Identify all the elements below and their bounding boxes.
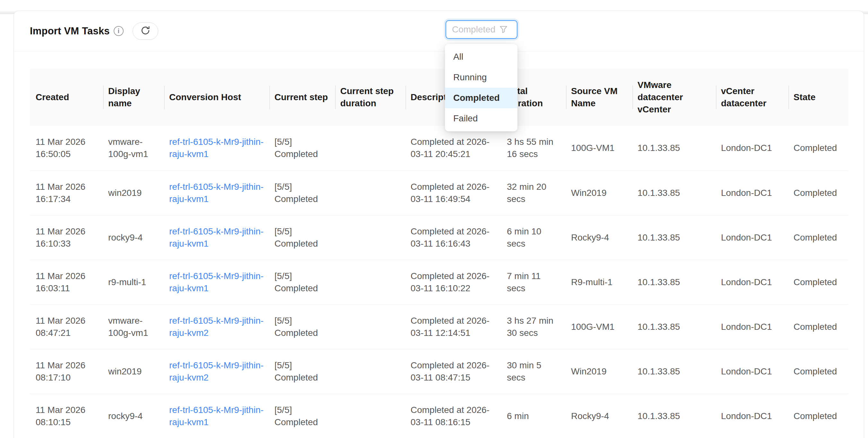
cell-vcenter-datacenter: London-DC1 (716, 304, 788, 349)
cell-created: 11 Mar 2026 08:47:21 (30, 304, 103, 349)
page-title: Import VM Tasks (30, 25, 110, 37)
cell-vmware-datacenter-vcenter: 10.1.33.85 (632, 260, 716, 304)
cell-conversion-host: ref-trl-6105-k-Mr9-jithin-raju-kvm1 (164, 394, 269, 438)
cell-current-step-duration (335, 349, 405, 394)
cell-current-step-duration (335, 260, 405, 304)
cell-current-step: [5/5] Completed (269, 304, 335, 349)
cell-description: Completed at 2026-03-11 20:45:21 (405, 126, 502, 171)
cell-total-duration: 3 hs 55 min 16 secs (502, 126, 566, 171)
cell-display-name: win2019 (103, 349, 164, 394)
cell-state: Completed (788, 394, 848, 438)
column-header-conversion-host: Conversion Host (164, 69, 269, 126)
cell-created: 11 Mar 2026 08:10:15 (30, 394, 103, 438)
cell-current-step: [5/5] Completed (269, 394, 335, 438)
cell-vcenter-datacenter: London-DC1 (716, 349, 788, 394)
filter-option-failed[interactable]: Failed (445, 108, 518, 129)
cell-total-duration: 7 min 11 secs (502, 260, 566, 304)
cell-vcenter-datacenter: London-DC1 (716, 394, 788, 438)
cell-total-duration: 6 min (502, 394, 566, 438)
cell-total-duration: 30 min 5 secs (502, 349, 566, 394)
cell-source-vm-name: Rocky9-4 (566, 394, 632, 438)
cell-state: Completed (788, 304, 848, 349)
cell-created: 11 Mar 2026 16:50:05 (30, 126, 103, 171)
cell-current-step-duration (335, 304, 405, 349)
cell-source-vm-name: 100G-VM1 (566, 126, 632, 171)
cell-state: Completed (788, 215, 848, 260)
cell-vmware-datacenter-vcenter: 10.1.33.85 (632, 394, 716, 438)
column-header-source-vm-name: Source VM Name (566, 69, 632, 126)
column-header-state: State (788, 69, 848, 126)
conversion-host-link[interactable]: ref-trl-6105-k-Mr9-jithin-raju-kvm1 (169, 271, 264, 293)
conversion-host-link[interactable]: ref-trl-6105-k-Mr9-jithin-raju-kvm1 (169, 226, 264, 249)
table-row: 11 Mar 2026 16:17:34win2019ref-trl-6105-… (30, 171, 848, 215)
cell-vcenter-datacenter: London-DC1 (716, 171, 788, 215)
filter-option-running[interactable]: Running (445, 67, 518, 88)
cell-current-step-duration (335, 126, 405, 171)
cell-conversion-host: ref-trl-6105-k-Mr9-jithin-raju-kvm1 (164, 260, 269, 304)
cell-vmware-datacenter-vcenter: 10.1.33.85 (632, 171, 716, 215)
cell-display-name: rocky9-4 (103, 215, 164, 260)
conversion-host-link[interactable]: ref-trl-6105-k-Mr9-jithin-raju-kvm1 (169, 182, 264, 204)
cell-created: 11 Mar 2026 16:03:11 (30, 260, 103, 304)
cell-description: Completed at 2026-03-11 12:14:51 (405, 304, 502, 349)
table-header-row: CreatedDisplay nameConversion HostCurren… (30, 69, 848, 126)
cell-state: Completed (788, 260, 848, 304)
cell-source-vm-name: Rocky9-4 (566, 215, 632, 260)
import-vm-tasks-card: Import VM Tasks i CreatedDisplay nameCon… (13, 10, 864, 438)
state-filter-value: Completed (452, 24, 495, 35)
cell-current-step: [5/5] Completed (269, 215, 335, 260)
cell-vmware-datacenter-vcenter: 10.1.33.85 (632, 215, 716, 260)
table-row: 11 Mar 2026 16:10:33rocky9-4ref-trl-6105… (30, 215, 848, 260)
column-header-vcenter-datacenter: vCenter datacenter (716, 69, 788, 126)
column-header-current-step: Current step (269, 69, 335, 126)
cell-created: 11 Mar 2026 16:10:33 (30, 215, 103, 260)
conversion-host-link[interactable]: ref-trl-6105-k-Mr9-jithin-raju-kvm2 (169, 316, 264, 338)
filter-option-all[interactable]: All (445, 47, 518, 67)
cell-state: Completed (788, 349, 848, 394)
cell-description: Completed at 2026-03-11 16:16:43 (405, 215, 502, 260)
table-row: 11 Mar 2026 16:50:05vmware-100g-vm1ref-t… (30, 126, 848, 171)
filter-option-completed[interactable]: Completed (445, 88, 518, 108)
cell-source-vm-name: Win2019 (566, 349, 632, 394)
cell-conversion-host: ref-trl-6105-k-Mr9-jithin-raju-kvm1 (164, 126, 269, 171)
refresh-icon (140, 25, 151, 37)
cell-description: Completed at 2026-03-11 08:47:15 (405, 349, 502, 394)
state-filter-select[interactable]: Completed (445, 20, 518, 39)
column-header-current-step-duration: Current step duration (335, 69, 405, 126)
cell-source-vm-name: 100G-VM1 (566, 304, 632, 349)
conversion-host-link[interactable]: ref-trl-6105-k-Mr9-jithin-raju-kvm2 (169, 360, 264, 382)
column-header-created: Created (30, 69, 103, 126)
cell-source-vm-name: Win2019 (566, 171, 632, 215)
refresh-button[interactable] (132, 23, 158, 40)
cell-vmware-datacenter-vcenter: 10.1.33.85 (632, 126, 716, 171)
cell-conversion-host: ref-trl-6105-k-Mr9-jithin-raju-kvm2 (164, 304, 269, 349)
cell-display-name: win2019 (103, 171, 164, 215)
info-circle-icon[interactable]: i (114, 26, 124, 36)
cell-display-name: r9-multi-1 (103, 260, 164, 304)
cell-state: Completed (788, 126, 848, 171)
table-row: 11 Mar 2026 16:03:11r9-multi-1ref-trl-61… (30, 260, 848, 304)
tasks-table-wrap: CreatedDisplay nameConversion HostCurren… (30, 69, 848, 438)
table-row: 11 Mar 2026 08:10:15rocky9-4ref-trl-6105… (30, 394, 848, 438)
cell-current-step-duration (335, 394, 405, 438)
cell-current-step-duration (335, 215, 405, 260)
column-header-display-name: Display name (103, 69, 164, 126)
cell-display-name: vmware-100g-vm1 (103, 126, 164, 171)
cell-vcenter-datacenter: London-DC1 (716, 126, 788, 171)
conversion-host-link[interactable]: ref-trl-6105-k-Mr9-jithin-raju-kvm1 (169, 137, 264, 159)
cell-conversion-host: ref-trl-6105-k-Mr9-jithin-raju-kvm1 (164, 215, 269, 260)
conversion-host-link[interactable]: ref-trl-6105-k-Mr9-jithin-raju-kvm1 (169, 405, 264, 427)
cell-vcenter-datacenter: London-DC1 (716, 215, 788, 260)
cell-vmware-datacenter-vcenter: 10.1.33.85 (632, 349, 716, 394)
cell-created: 11 Mar 2026 08:17:10 (30, 349, 103, 394)
card-header: Import VM Tasks i (14, 11, 864, 51)
cell-conversion-host: ref-trl-6105-k-Mr9-jithin-raju-kvm2 (164, 349, 269, 394)
cell-total-duration: 3 hs 27 min 30 secs (502, 304, 566, 349)
cell-state: Completed (788, 171, 848, 215)
cell-total-duration: 32 min 20 secs (502, 171, 566, 215)
state-filter-dropdown-menu: AllRunningCompletedFailed (445, 44, 518, 132)
column-header-vmware-datacenter-vcenter: VMware datacenter vCenter (632, 69, 716, 126)
cell-source-vm-name: R9-multi-1 (566, 260, 632, 304)
cell-conversion-host: ref-trl-6105-k-Mr9-jithin-raju-kvm1 (164, 171, 269, 215)
cell-description: Completed at 2026-03-11 16:10:22 (405, 260, 502, 304)
